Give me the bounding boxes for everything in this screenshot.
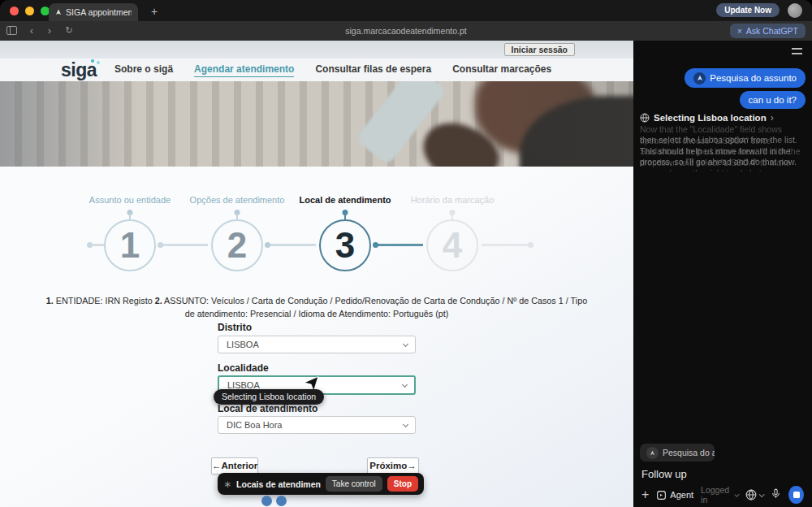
browsing-mode-selector[interactable] xyxy=(745,489,763,500)
sidebar-toggle-icon[interactable] xyxy=(6,26,17,35)
chatgpt-sidebar: Pesquisa do assunto can u do it? Selecti… xyxy=(633,41,812,507)
agent-mode-selector[interactable]: Agent xyxy=(656,490,693,500)
browser-tab[interactable]: SIGA appointment gu xyxy=(49,3,138,21)
user-message: can u do it? xyxy=(740,91,806,109)
new-tab-button[interactable]: + xyxy=(146,3,162,20)
take-control-button[interactable]: Take control xyxy=(326,476,382,492)
step-circle: 2 xyxy=(211,219,263,271)
composer-input[interactable]: Follow up xyxy=(641,468,687,480)
hero-decoration xyxy=(0,81,633,167)
local-atendimento-label: Local de atendimento xyxy=(218,403,317,414)
close-icon: × xyxy=(737,26,742,36)
mic-icon xyxy=(771,488,781,499)
nav-marcacoes[interactable]: Consultar marcações xyxy=(452,63,551,77)
close-window-button[interactable] xyxy=(10,6,19,15)
agent-reasoning-text: Now that the "Localidade" field shows op… xyxy=(640,124,806,171)
composer-toolbar: + Agent Logged in xyxy=(633,484,812,505)
localidade-label: Localidade xyxy=(218,362,269,374)
back-button[interactable]: ‹ xyxy=(24,24,39,38)
agent-action-header[interactable]: Selecting Lisboa location › xyxy=(640,112,774,124)
suggestion-chip[interactable]: Pesquisa do assun xyxy=(640,444,715,462)
next-button[interactable]: Próximo→ xyxy=(367,457,419,474)
chevron-down-icon xyxy=(402,382,408,388)
address-bar[interactable]: siga.marcacaodeatendimento.pt xyxy=(244,21,568,41)
chevron-right-icon: › xyxy=(771,112,774,124)
globe-icon xyxy=(640,113,650,123)
agent-status-text: Locais de atendimento xyxy=(236,479,321,489)
hero-image xyxy=(0,81,633,167)
atlas-cursor-icon xyxy=(55,8,62,16)
chevron-down-icon xyxy=(759,492,765,497)
browser-toolbar: ‹ › ↻ siga.marcacaodeatendimento.pt × As… xyxy=(0,21,812,41)
chevron-down-icon xyxy=(403,422,408,427)
profile-avatar[interactable] xyxy=(788,3,802,18)
local-atendimento-select[interactable]: DIC Boa Hora xyxy=(218,416,416,434)
login-button[interactable]: Iniciar sessão xyxy=(504,43,575,56)
tab-bar: SIGA appointment gu + Update Now xyxy=(0,0,812,21)
step-circle: 1 xyxy=(104,219,156,271)
chevron-down-icon xyxy=(403,341,408,347)
chevron-down-icon xyxy=(735,492,741,497)
nav-filas[interactable]: Consultar filas de espera xyxy=(315,63,431,77)
step-circle: 4 xyxy=(426,219,478,271)
distrito-select[interactable]: LISBOA xyxy=(218,336,416,353)
stop-generating-button[interactable] xyxy=(788,486,804,504)
reload-button[interactable]: ↻ xyxy=(62,24,76,38)
microphone-button[interactable] xyxy=(771,488,781,502)
page-dot[interactable] xyxy=(276,496,287,506)
site-top-strip: Iniciar sessão xyxy=(0,41,633,58)
globe-icon xyxy=(745,489,757,500)
step-label: Horário da marcação xyxy=(387,195,517,205)
sidebar-menu-icon[interactable] xyxy=(792,48,802,54)
stop-icon xyxy=(793,492,800,498)
forward-button[interactable]: › xyxy=(42,24,57,38)
distrito-label: Distrito xyxy=(218,322,252,333)
site-navbar: siga Sobre o sigä Agendar atendimento Co… xyxy=(0,58,633,81)
agent-icon xyxy=(656,490,667,500)
previous-button[interactable]: ←Anterior xyxy=(211,457,258,474)
nav-agendar[interactable]: Agendar atendimento xyxy=(194,63,294,77)
step-circle-active: 3 xyxy=(319,219,371,271)
spinner-icon: ∗ xyxy=(223,479,231,490)
selection-summary: 1. ENTIDADE: IRN Registo 2. ASSUNTO: Veí… xyxy=(41,294,593,320)
browser-window: SIGA appointment gu + Update Now ‹ › ↻ s… xyxy=(0,0,812,507)
attachment-icon xyxy=(693,72,706,84)
agent-action-tooltip: Selecting Lisboa location xyxy=(214,389,324,405)
agent-control-bar: ∗ Locais de atendimento Take control Sto… xyxy=(218,473,424,495)
add-attachment-button[interactable]: + xyxy=(641,488,649,501)
nav-sobre[interactable]: Sobre o sigä xyxy=(114,63,173,77)
update-now-button[interactable]: Update Now xyxy=(716,3,780,17)
attachment-icon xyxy=(646,447,659,459)
webpage: Iniciar sessão siga Sobre o sigä Agendar… xyxy=(0,41,633,507)
login-status-selector[interactable]: Logged in xyxy=(701,485,738,505)
user-message: Pesquisa do assunto xyxy=(685,68,806,88)
agent-action-title: Selecting Lisboa location xyxy=(654,113,767,123)
ask-chatgpt-button[interactable]: × Ask ChatGPT xyxy=(730,24,806,38)
stop-button[interactable]: Stop xyxy=(387,476,418,492)
tab-title: SIGA appointment gu xyxy=(66,7,132,17)
siga-logo[interactable]: siga xyxy=(61,61,97,80)
step-indicator: Assunto ou entidade 1 Opções de atendime… xyxy=(0,188,633,294)
page-dot[interactable] xyxy=(261,496,272,506)
minimize-window-button[interactable] xyxy=(25,6,34,15)
